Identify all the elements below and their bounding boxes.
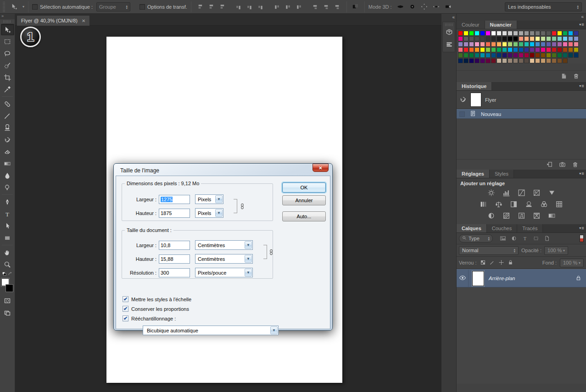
color-swatch[interactable]: [513, 31, 518, 36]
color-swatch[interactable]: [546, 58, 551, 63]
color-swatch[interactable]: [574, 36, 579, 41]
pixel-height-unit-dropdown[interactable]: Pixels▼: [195, 208, 223, 218]
color-swatch[interactable]: [530, 42, 535, 47]
pen-tool[interactable]: [1, 196, 14, 208]
lock-move-button[interactable]: [498, 259, 504, 266]
color-swatch[interactable]: [541, 31, 546, 36]
color-swatch[interactable]: [502, 42, 507, 47]
color-swatch[interactable]: [480, 53, 485, 58]
color-swatch[interactable]: [563, 36, 568, 41]
resolution-unit-dropdown[interactable]: Pixels/pouce▼: [195, 268, 253, 277]
color-swatch[interactable]: [574, 31, 579, 36]
color-swatch[interactable]: [563, 58, 568, 63]
color-swatch[interactable]: [574, 53, 579, 58]
color-swatch[interactable]: [469, 47, 474, 52]
layer-thumbnail[interactable]: [472, 271, 484, 286]
3d-pan-button[interactable]: [419, 2, 430, 11]
black-white-adjustment-button[interactable]: [508, 199, 519, 209]
doc-height-unit-dropdown[interactable]: Centimètres▼: [195, 254, 253, 264]
options-bar-grip[interactable]: [3, 2, 5, 12]
color-swatch[interactable]: [541, 42, 546, 47]
screen-mode-button[interactable]: [1, 307, 14, 318]
color-swatch[interactable]: [524, 58, 529, 63]
tab-historique[interactable]: Historique: [457, 82, 492, 90]
options-transf-checkbox[interactable]: [140, 4, 145, 10]
layer-filter-toggle[interactable]: [580, 235, 584, 242]
color-swatch[interactable]: [486, 42, 491, 47]
dock-grip[interactable]: [445, 23, 452, 26]
color-balance-adjustment-button[interactable]: [493, 199, 504, 209]
color-swatch[interactable]: [524, 36, 529, 41]
color-swatch[interactable]: [469, 58, 474, 63]
color-swatch[interactable]: [535, 42, 540, 47]
color-swatch[interactable]: [524, 53, 529, 58]
color-swatch[interactable]: [530, 53, 535, 58]
color-swatch[interactable]: [568, 36, 573, 41]
color-swatch[interactable]: [519, 53, 524, 58]
new-snapshot-button[interactable]: [559, 161, 566, 169]
color-swatch[interactable]: [535, 31, 540, 36]
blend-mode-dropdown[interactable]: Normal ▴▾: [459, 246, 519, 255]
constrain-proportions-checkbox-row[interactable]: ✔ Conserver les proportions: [123, 306, 189, 312]
toolbox-collapse-button[interactable]: »: [0, 14, 15, 19]
tool-preset-dropdown-icon[interactable]: ▾: [22, 5, 24, 9]
color-swatch[interactable]: [474, 36, 480, 41]
color-swatch[interactable]: [519, 31, 524, 36]
color-swatch[interactable]: [497, 36, 502, 41]
color-swatch[interactable]: [508, 58, 513, 63]
color-swatch[interactable]: [486, 31, 491, 36]
color-swatch[interactable]: [497, 58, 502, 63]
brightness-contrast-adjustment-button[interactable]: [486, 188, 497, 198]
vibrance-adjustment-button[interactable]: [546, 188, 557, 198]
filter-type-button[interactable]: T: [520, 234, 530, 243]
color-swatch[interactable]: [568, 42, 573, 47]
color-swatch[interactable]: [513, 36, 518, 41]
workspace-dropdown[interactable]: Les indispensables ▴▾: [505, 2, 582, 11]
resample-checkbox[interactable]: ✔: [123, 315, 128, 321]
hand-tool[interactable]: [1, 247, 14, 258]
color-swatch[interactable]: [519, 42, 524, 47]
color-swatch[interactable]: [458, 53, 463, 58]
eyedropper-tool[interactable]: [1, 83, 14, 95]
dist-vcenter-button[interactable]: [283, 2, 293, 11]
color-swatch[interactable]: [508, 42, 513, 47]
color-swatch[interactable]: [458, 58, 463, 63]
color-swatch[interactable]: [474, 42, 480, 47]
color-swatch[interactable]: [469, 42, 474, 47]
snapshot-thumbnail[interactable]: [470, 93, 481, 107]
color-swatch[interactable]: [546, 53, 551, 58]
filter-smart-object-button[interactable]: [542, 234, 552, 243]
color-swatch[interactable]: [474, 53, 480, 58]
color-swatch[interactable]: [474, 58, 480, 63]
dock-expand-button[interactable]: «: [441, 14, 456, 21]
layer-filter-type-dropdown[interactable]: Type ▴▾: [459, 234, 493, 243]
properties-panel-icon[interactable]: [444, 27, 455, 38]
dist-hcenter-button[interactable]: [322, 2, 331, 12]
dist-top-button[interactable]: [272, 2, 282, 11]
exposure-adjustment-button[interactable]: [531, 188, 542, 198]
tab-styles[interactable]: Styles: [490, 170, 514, 178]
color-swatch[interactable]: [480, 36, 485, 41]
opacity-dropdown[interactable]: 100 % ▾: [544, 246, 568, 255]
pixel-width-input[interactable]: 1275: [159, 195, 190, 204]
tab-reglages[interactable]: Réglages: [457, 170, 490, 178]
color-swatch[interactable]: [491, 42, 496, 47]
color-swatch[interactable]: [486, 36, 491, 41]
color-swatch[interactable]: [458, 47, 463, 52]
auto-align-button[interactable]: [351, 2, 361, 11]
color-swatch[interactable]: [524, 31, 529, 36]
color-swatch[interactable]: [497, 31, 502, 36]
dialog-close-button[interactable]: ✕: [313, 164, 329, 172]
selective-color-adjustment-button[interactable]: [531, 211, 542, 221]
gradient-map-adjustment-button[interactable]: [546, 211, 557, 221]
color-swatch[interactable]: [508, 31, 513, 36]
color-swatch[interactable]: [557, 36, 562, 41]
scale-styles-checkbox-row[interactable]: ✔ Mettre les styles à l'échelle: [123, 296, 191, 302]
color-swatch[interactable]: [546, 42, 551, 47]
doc-width-unit-dropdown[interactable]: Centimètres▼: [195, 240, 253, 250]
lasso-tool[interactable]: [1, 48, 14, 59]
color-swatch[interactable]: [546, 47, 551, 52]
color-swatch[interactable]: [491, 53, 496, 58]
color-swatch[interactable]: [563, 42, 568, 47]
color-swatch[interactable]: [557, 31, 562, 36]
